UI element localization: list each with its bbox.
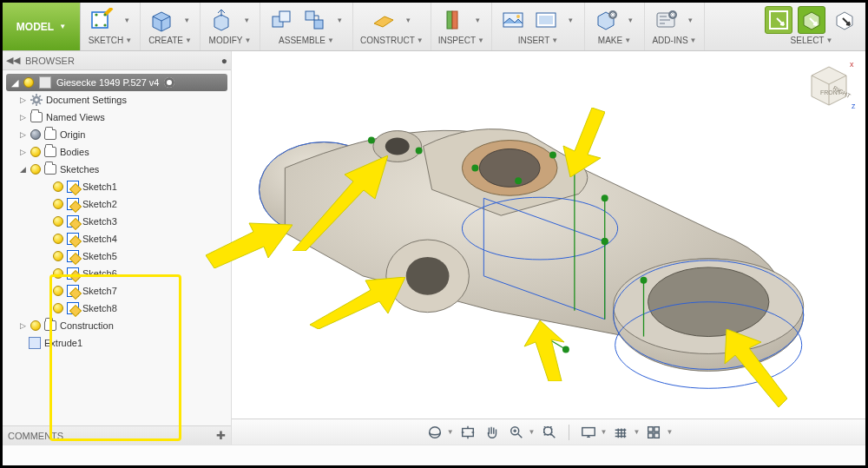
node-sketch-item[interactable]: Sketch4 bbox=[3, 230, 231, 247]
make-dropdown[interactable]: ▾ bbox=[625, 16, 637, 24]
node-label: Sketch5 bbox=[82, 251, 117, 261]
node-label: Bodies bbox=[60, 147, 89, 157]
chevron-down-icon[interactable]: ▼ bbox=[185, 36, 192, 44]
insert-canvas-button[interactable] bbox=[532, 6, 560, 34]
sketch-icon bbox=[67, 302, 79, 314]
node-named-views[interactable]: ▷ Named Views bbox=[3, 109, 231, 126]
insert-decal-button[interactable] bbox=[499, 6, 527, 34]
free-select-button[interactable] bbox=[798, 6, 825, 34]
modify-dropdown[interactable]: ▾ bbox=[240, 16, 253, 24]
sketch-dropdown[interactable]: ▾ bbox=[121, 16, 133, 24]
expand-icon[interactable]: ▷ bbox=[18, 321, 27, 330]
node-sketch-item[interactable]: Sketch8 bbox=[3, 300, 231, 317]
node-bodies[interactable]: ▷ Bodies bbox=[3, 143, 231, 161]
folder-icon bbox=[44, 129, 56, 140]
chevron-down-icon[interactable]: ▼ bbox=[624, 36, 631, 44]
view-cube[interactable]: FRONT RIGHT x z bbox=[801, 58, 857, 114]
collapse-left-icon[interactable]: ◀◀ bbox=[6, 55, 20, 66]
chevron-down-icon[interactable]: ▼ bbox=[529, 428, 536, 436]
document-root-node[interactable]: ◢ Giesecke 1949 P.527 v4 bbox=[6, 74, 227, 91]
lightbulb-icon[interactable] bbox=[53, 234, 63, 244]
node-document-settings[interactable]: ▷ Document Settings bbox=[3, 91, 231, 109]
lightbulb-icon[interactable] bbox=[53, 268, 63, 279]
orbit-icon[interactable] bbox=[424, 422, 445, 443]
node-sketch-item[interactable]: Sketch7 bbox=[3, 282, 231, 300]
lightbulb-icon[interactable] bbox=[53, 199, 63, 209]
chevron-down-icon[interactable]: ▼ bbox=[551, 36, 558, 44]
pin-icon[interactable]: ● bbox=[221, 55, 227, 67]
svg-point-39 bbox=[368, 137, 375, 144]
create-sketch-button[interactable] bbox=[88, 6, 115, 34]
lightbulb-icon[interactable] bbox=[30, 164, 41, 175]
pan-icon[interactable] bbox=[482, 422, 503, 443]
look-at-icon[interactable] bbox=[457, 422, 478, 443]
node-label: Construction bbox=[60, 320, 114, 331]
node-sketch-item[interactable]: Sketch5 bbox=[3, 247, 231, 265]
lightbulb-icon[interactable] bbox=[53, 286, 63, 296]
lightbulb-icon[interactable] bbox=[53, 251, 63, 261]
node-sketch-item[interactable]: Sketch6 bbox=[3, 265, 231, 282]
node-sketch-item[interactable]: Sketch2 bbox=[3, 195, 231, 213]
chevron-down-icon[interactable]: ▼ bbox=[825, 36, 832, 44]
node-sketches[interactable]: ◢ Sketches bbox=[3, 161, 231, 178]
expand-icon[interactable]: ▷ bbox=[18, 130, 27, 139]
chevron-down-icon[interactable]: ▼ bbox=[601, 428, 608, 436]
lightbulb-icon[interactable] bbox=[53, 216, 63, 227]
insert-dropdown[interactable]: ▾ bbox=[565, 16, 577, 24]
grid-settings-icon[interactable] bbox=[610, 422, 631, 443]
addins-dropdown[interactable]: ▾ bbox=[685, 16, 697, 24]
viewport-layout-icon[interactable] bbox=[643, 422, 664, 443]
expand-icon[interactable]: ▷ bbox=[18, 96, 27, 104]
scripts-button[interactable] bbox=[652, 6, 680, 34]
chevron-down-icon[interactable]: ▼ bbox=[690, 36, 697, 44]
3d-print-button[interactable] bbox=[592, 6, 620, 34]
lightbulb-icon[interactable] bbox=[53, 181, 63, 192]
annotation-arrow bbox=[206, 216, 293, 268]
workspace-switcher-button[interactable]: MODEL ▼ bbox=[3, 3, 81, 50]
lightbulb-icon[interactable] bbox=[53, 303, 63, 313]
chevron-down-icon[interactable]: ▼ bbox=[447, 428, 454, 436]
window-select-button[interactable] bbox=[765, 6, 792, 34]
display-settings-icon[interactable] bbox=[578, 422, 599, 443]
lightbulb-icon[interactable] bbox=[30, 147, 41, 157]
collapse-icon[interactable]: ◢ bbox=[18, 165, 27, 174]
lightbulb-off-icon[interactable] bbox=[30, 129, 41, 140]
create-dropdown[interactable]: ▾ bbox=[181, 16, 193, 24]
assemble-dropdown[interactable]: ▾ bbox=[333, 16, 345, 24]
extrude-button[interactable] bbox=[148, 6, 175, 34]
paint-select-button[interactable] bbox=[831, 6, 858, 34]
fit-icon[interactable] bbox=[539, 422, 560, 443]
activate-radio-icon[interactable] bbox=[164, 77, 174, 88]
svg-point-48 bbox=[602, 238, 608, 245]
node-origin[interactable]: ▷ Origin bbox=[3, 126, 231, 143]
inspect-dropdown[interactable]: ▾ bbox=[471, 16, 483, 24]
expand-icon[interactable]: ▷ bbox=[18, 148, 27, 156]
view-navbar: ▼ ▼ ▼ ▼ ▼ bbox=[232, 419, 865, 445]
measure-button[interactable] bbox=[438, 6, 466, 34]
node-construction[interactable]: ▷ Construction bbox=[3, 317, 231, 334]
chevron-down-icon[interactable]: ▼ bbox=[327, 36, 334, 44]
zoom-icon[interactable] bbox=[506, 422, 527, 443]
chevron-down-icon[interactable]: ▼ bbox=[244, 36, 251, 44]
add-comment-icon[interactable]: ✚ bbox=[216, 429, 226, 442]
node-sketch-item[interactable]: Sketch1 bbox=[3, 178, 231, 195]
lightbulb-icon[interactable] bbox=[23, 77, 34, 88]
joint-button[interactable] bbox=[300, 6, 328, 34]
annotation-arrow bbox=[310, 277, 405, 329]
construct-dropdown[interactable]: ▾ bbox=[402, 16, 414, 24]
node-extrude[interactable]: Extrude1 bbox=[3, 334, 231, 352]
lightbulb-icon[interactable] bbox=[30, 320, 41, 331]
chevron-down-icon[interactable]: ▼ bbox=[666, 428, 673, 436]
node-sketch-item[interactable]: Sketch3 bbox=[3, 213, 231, 230]
chevron-down-icon[interactable]: ▼ bbox=[633, 428, 640, 436]
chevron-down-icon[interactable]: ▼ bbox=[125, 36, 132, 44]
viewport-canvas[interactable]: FRONT RIGHT x z ▼ ▼ ▼ ▼ ▼ bbox=[232, 51, 865, 445]
press-pull-button[interactable] bbox=[207, 6, 235, 34]
chevron-down-icon[interactable]: ▼ bbox=[417, 36, 424, 44]
comments-header[interactable]: COMMENTS ✚ bbox=[3, 425, 231, 445]
chevron-down-icon[interactable]: ▼ bbox=[477, 36, 484, 44]
new-component-button[interactable] bbox=[267, 6, 295, 34]
svg-point-12 bbox=[516, 15, 520, 18]
construct-plane-button[interactable] bbox=[369, 6, 397, 34]
expand-icon[interactable]: ▷ bbox=[18, 113, 27, 122]
